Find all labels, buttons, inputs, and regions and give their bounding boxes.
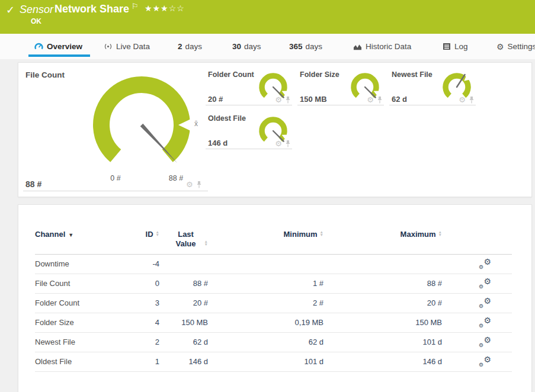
channel-settings-gear-icon[interactable]: ⚙ (275, 140, 282, 147)
gauge-title: Folder Size (300, 70, 339, 79)
edit-channel-gears-icon[interactable]: ⚙⚙ (479, 317, 491, 327)
log-list-icon (443, 43, 451, 50)
tab-historic-data[interactable]: Historic Data (353, 34, 411, 59)
tab-label: Overview (47, 42, 82, 51)
column-label: Channel (35, 230, 65, 239)
gauge-tile-folder-count[interactable]: Folder Count 20 # ⚙ (206, 70, 292, 105)
file-count-gauge[interactable] (88, 73, 195, 179)
last-value: 88 # (159, 279, 208, 288)
channel-settings-gear-icon[interactable]: ⚙ (186, 181, 193, 188)
gauge-scale-max: 88 # (163, 174, 189, 182)
pin-icon[interactable] (196, 181, 202, 188)
prtg-sensor-page: ✓ Sensor Network Share ⚐ ★★★☆☆ OK Overvi… (0, 0, 535, 392)
tab-label: days (306, 42, 323, 51)
edit-channel-gears-icon[interactable]: ⚙⚙ (479, 278, 491, 288)
minimum: 0,19 MB (208, 318, 323, 327)
channel-name[interactable]: Folder Size (35, 318, 130, 327)
channels-table: Channel▼ ID▲▼ Last Value▲▼ Minimum▲▼ Max… (35, 230, 512, 372)
gauge-tile-newest-file[interactable]: Newest File 62 d ⚙ (389, 70, 476, 105)
column-header-last-value[interactable]: Last Value▲▼ (159, 230, 208, 249)
column-label: Last Value (170, 230, 202, 249)
column-label: ID (146, 230, 153, 239)
channel-settings-gear-icon[interactable]: ⚙ (275, 97, 282, 104)
sensor-type-label: Sensor (20, 4, 53, 16)
tab-settings[interactable]: ⚙ Settings (496, 34, 535, 59)
table-row[interactable]: Folder Size 4 150 MB 0,19 MB 150 MB ⚙⚙ (35, 313, 512, 333)
table-row[interactable]: Downtime -4 ⚙⚙ (35, 255, 512, 274)
gear-icon: ⚙ (496, 43, 504, 50)
gauge-title: Folder Count (208, 70, 254, 79)
pin-icon[interactable] (469, 97, 475, 104)
channel-name[interactable]: Folder Count (35, 298, 130, 307)
tile-actions: ⚙ (275, 97, 291, 104)
pin-icon[interactable] (377, 97, 383, 104)
pin-icon[interactable] (285, 140, 291, 147)
last-value: 20 # (159, 298, 208, 307)
column-label: Maximum (401, 230, 436, 239)
channel-id: 2 (130, 338, 159, 346)
status-ok-check-icon: ✓ (6, 4, 15, 17)
column-header-id[interactable]: ID▲▼ (130, 230, 159, 239)
edit-channel-gears-icon[interactable]: ⚙⚙ (479, 356, 491, 366)
tab-label: Live Data (116, 42, 150, 51)
gauge-title: Newest File (392, 70, 433, 79)
edit-channel-gears-icon[interactable]: ⚙⚙ (479, 258, 491, 268)
pin-icon[interactable] (285, 97, 291, 104)
channel-name[interactable]: Downtime (35, 259, 130, 268)
last-value: 150 MB (159, 318, 208, 327)
channel-id: 0 (130, 279, 159, 288)
last-value: 146 d (159, 357, 208, 366)
stars-empty[interactable]: ☆☆ (169, 4, 185, 13)
table-row[interactable]: Folder Count 3 20 # 2 # 20 # ⚙⚙ (35, 294, 512, 313)
gauge-tile-folder-size[interactable]: Folder Size 150 MB ⚙ (297, 70, 384, 105)
edit-channel-gears-icon[interactable]: ⚙⚙ (479, 297, 491, 307)
tab-number: 30 (232, 42, 241, 51)
tab-2-days[interactable]: 2 days (178, 34, 202, 59)
gauge-current-value: 88 # (25, 179, 41, 189)
last-value: 62 d (159, 338, 208, 346)
sort-icon: ▲▼ (438, 230, 442, 236)
gauge-current-value: 62 d (392, 95, 407, 104)
tab-label: Settings (508, 42, 535, 51)
maximum: 101 d (323, 338, 442, 346)
page-title: Network Share (55, 3, 129, 15)
minimum: 1 # (208, 279, 323, 288)
channel-settings-gear-icon[interactable]: ⚙ (459, 97, 466, 104)
stars-filled[interactable]: ★★★ (145, 4, 169, 13)
tab-log[interactable]: Log (443, 34, 468, 59)
table-row[interactable]: Oldest File 1 146 d 101 d 146 d ⚙⚙ (35, 352, 512, 372)
channel-name[interactable]: Oldest File (35, 357, 130, 366)
column-header-channel[interactable]: Channel▼ (35, 230, 130, 239)
channel-name[interactable]: File Count (35, 279, 130, 288)
gauges-panel: File Count x̄ 0 # 88 # 88 # ⚙ Folder Cou… (18, 62, 532, 197)
tile-actions: ⚙ (459, 97, 475, 104)
table-row[interactable]: Newest File 2 62 d 62 d 101 d ⚙⚙ (35, 333, 512, 352)
channel-id: 1 (130, 357, 159, 366)
channels-table-panel: Channel▼ ID▲▼ Last Value▲▼ Minimum▲▼ Max… (18, 204, 532, 392)
column-header-minimum[interactable]: Minimum▲▼ (208, 230, 323, 239)
gauge-tile-oldest-file[interactable]: Oldest File 146 d ⚙ (206, 114, 292, 149)
tile-divider (23, 191, 208, 191)
column-header-maximum[interactable]: Maximum▲▼ (323, 230, 442, 239)
priority-stars[interactable]: ★★★☆☆ (145, 4, 185, 13)
live-data-icon (104, 42, 113, 51)
tab-live-data[interactable]: Live Data (104, 34, 150, 59)
maximum: 150 MB (323, 318, 442, 327)
sort-icon: ▲▼ (204, 240, 208, 246)
table-row[interactable]: File Count 0 88 # 1 # 88 # ⚙⚙ (35, 274, 512, 294)
tab-30-days[interactable]: 30 days (232, 34, 261, 59)
sensor-header: ✓ Sensor Network Share ⚐ ★★★☆☆ OK (0, 0, 535, 34)
channel-name[interactable]: Newest File (35, 338, 130, 346)
tab-365-days[interactable]: 365 days (289, 34, 322, 59)
tab-label: days (185, 42, 203, 51)
maximum: 146 d (323, 357, 442, 366)
sort-desc-icon: ▼ (68, 232, 73, 238)
gauge-current-value: 20 # (208, 95, 223, 104)
edit-channel-gears-icon[interactable]: ⚙⚙ (479, 336, 491, 346)
priority-flag-icon[interactable]: ⚐ (132, 2, 139, 11)
channel-id: -4 (130, 259, 159, 268)
channel-settings-gear-icon[interactable]: ⚙ (367, 97, 374, 104)
gauge-title: Oldest File (208, 114, 246, 123)
historic-chart-icon (353, 43, 362, 51)
channel-id: 3 (130, 298, 159, 307)
